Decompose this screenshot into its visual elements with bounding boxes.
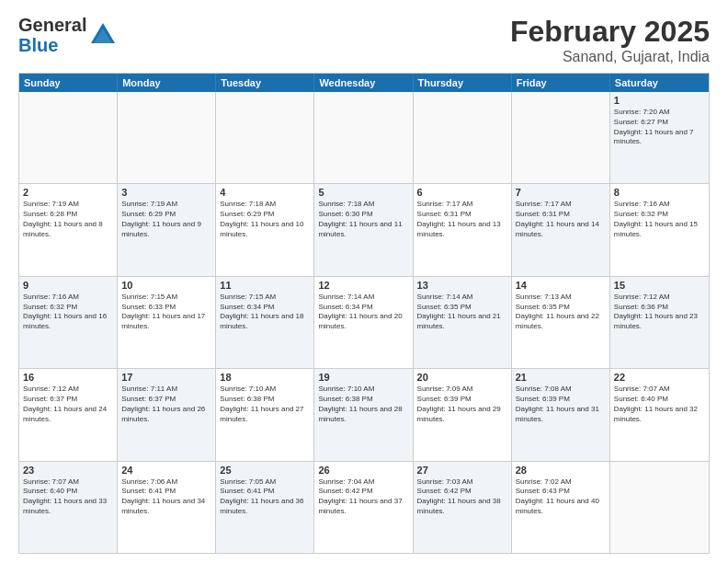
cell-text: Sunrise: 7:18 AM Sunset: 6:29 PM Dayligh… [220,200,310,239]
day-number: 20 [417,372,507,383]
calendar-cell: 11Sunrise: 7:15 AM Sunset: 6:34 PM Dayli… [216,277,314,368]
calendar-header-cell: Monday [118,74,216,92]
calendar: SundayMondayTuesdayWednesdayThursdayFrid… [18,73,710,554]
calendar-week-row: 9Sunrise: 7:16 AM Sunset: 6:32 PM Daylig… [19,276,709,368]
calendar-week-row: 23Sunrise: 7:07 AM Sunset: 6:40 PM Dayli… [19,461,709,553]
subtitle: Sanand, Gujarat, India [510,49,710,65]
cell-text: Sunrise: 7:03 AM Sunset: 6:42 PM Dayligh… [417,477,507,517]
logo-text: General Blue [18,15,86,55]
day-number: 25 [220,465,310,476]
calendar-cell: 7Sunrise: 7:17 AM Sunset: 6:31 PM Daylig… [512,184,610,275]
cell-text: Sunrise: 7:12 AM Sunset: 6:37 PM Dayligh… [23,385,113,424]
page: General Blue February 2025 Sanand, Gujar… [0,0,728,563]
day-number: 4 [220,187,310,198]
calendar-cell: 8Sunrise: 7:16 AM Sunset: 6:32 PM Daylig… [610,184,709,275]
day-number: 12 [318,280,408,291]
cell-text: Sunrise: 7:11 AM Sunset: 6:37 PM Dayligh… [121,385,211,424]
calendar-cell: 3Sunrise: 7:19 AM Sunset: 6:29 PM Daylig… [118,184,216,275]
calendar-cell: 6Sunrise: 7:17 AM Sunset: 6:31 PM Daylig… [414,184,512,275]
day-number: 21 [516,372,606,383]
calendar-cell: 12Sunrise: 7:14 AM Sunset: 6:34 PM Dayli… [314,277,413,368]
calendar-cell [610,462,709,553]
day-number: 24 [121,465,211,476]
calendar-cell: 15Sunrise: 7:12 AM Sunset: 6:36 PM Dayli… [610,277,709,368]
calendar-cell: 2Sunrise: 7:19 AM Sunset: 6:28 PM Daylig… [19,184,118,275]
cell-text: Sunrise: 7:19 AM Sunset: 6:28 PM Dayligh… [23,200,113,239]
day-number: 17 [121,372,211,383]
calendar-cell [414,92,512,183]
header: General Blue February 2025 Sanand, Gujar… [18,15,710,65]
calendar-cell: 1Sunrise: 7:20 AM Sunset: 6:27 PM Daylig… [610,92,709,183]
cell-text: Sunrise: 7:17 AM Sunset: 6:31 PM Dayligh… [516,200,606,239]
calendar-cell: 23Sunrise: 7:07 AM Sunset: 6:40 PM Dayli… [19,462,118,553]
cell-text: Sunrise: 7:10 AM Sunset: 6:38 PM Dayligh… [318,385,408,424]
logo: General Blue [18,15,117,55]
cell-text: Sunrise: 7:08 AM Sunset: 6:39 PM Dayligh… [516,385,606,424]
logo-icon [89,21,117,49]
calendar-cell: 4Sunrise: 7:18 AM Sunset: 6:29 PM Daylig… [216,184,314,275]
cell-text: Sunrise: 7:20 AM Sunset: 6:27 PM Dayligh… [614,108,705,147]
cell-text: Sunrise: 7:04 AM Sunset: 6:42 PM Dayligh… [318,477,408,517]
day-number: 7 [516,187,606,198]
main-title: February 2025 [510,15,710,49]
day-number: 9 [23,280,113,291]
day-number: 28 [516,465,606,476]
day-number: 26 [318,465,408,476]
day-number: 1 [614,95,705,106]
cell-text: Sunrise: 7:10 AM Sunset: 6:38 PM Dayligh… [220,385,310,424]
calendar-cell [19,92,118,183]
calendar-header-cell: Wednesday [314,74,413,92]
calendar-cell: 5Sunrise: 7:18 AM Sunset: 6:30 PM Daylig… [314,184,413,275]
day-number: 6 [417,187,507,198]
cell-text: Sunrise: 7:12 AM Sunset: 6:36 PM Dayligh… [614,293,705,332]
cell-text: Sunrise: 7:13 AM Sunset: 6:35 PM Dayligh… [516,293,606,332]
calendar-cell: 14Sunrise: 7:13 AM Sunset: 6:35 PM Dayli… [512,277,610,368]
cell-text: Sunrise: 7:15 AM Sunset: 6:33 PM Dayligh… [121,293,211,332]
day-number: 8 [614,187,705,198]
cell-text: Sunrise: 7:19 AM Sunset: 6:29 PM Dayligh… [121,200,211,239]
calendar-header-cell: Tuesday [216,74,314,92]
day-number: 16 [23,372,113,383]
calendar-week-row: 16Sunrise: 7:12 AM Sunset: 6:37 PM Dayli… [19,368,709,460]
calendar-cell: 21Sunrise: 7:08 AM Sunset: 6:39 PM Dayli… [512,369,610,460]
calendar-cell: 22Sunrise: 7:07 AM Sunset: 6:40 PM Dayli… [610,369,709,460]
cell-text: Sunrise: 7:09 AM Sunset: 6:39 PM Dayligh… [417,385,507,424]
day-number: 14 [516,280,606,291]
calendar-cell: 25Sunrise: 7:05 AM Sunset: 6:41 PM Dayli… [216,462,314,553]
day-number: 5 [318,187,408,198]
calendar-cell: 19Sunrise: 7:10 AM Sunset: 6:38 PM Dayli… [314,369,413,460]
calendar-cell [118,92,216,183]
calendar-header: SundayMondayTuesdayWednesdayThursdayFrid… [19,74,709,92]
calendar-header-cell: Sunday [19,74,118,92]
cell-text: Sunrise: 7:17 AM Sunset: 6:31 PM Dayligh… [417,200,507,239]
day-number: 22 [614,372,705,383]
day-number: 11 [220,280,310,291]
logo-blue: Blue [18,35,86,55]
calendar-cell: 24Sunrise: 7:06 AM Sunset: 6:41 PM Dayli… [118,462,216,553]
calendar-cell [512,92,610,183]
calendar-cell [216,92,314,183]
cell-text: Sunrise: 7:02 AM Sunset: 6:43 PM Dayligh… [516,477,606,517]
calendar-week-row: 2Sunrise: 7:19 AM Sunset: 6:28 PM Daylig… [19,183,709,275]
calendar-cell: 18Sunrise: 7:10 AM Sunset: 6:38 PM Dayli… [216,369,314,460]
calendar-header-cell: Saturday [610,74,709,92]
day-number: 19 [318,372,408,383]
cell-text: Sunrise: 7:14 AM Sunset: 6:35 PM Dayligh… [417,293,507,332]
day-number: 13 [417,280,507,291]
day-number: 23 [23,465,113,476]
cell-text: Sunrise: 7:05 AM Sunset: 6:41 PM Dayligh… [220,477,310,517]
calendar-cell: 10Sunrise: 7:15 AM Sunset: 6:33 PM Dayli… [118,277,216,368]
cell-text: Sunrise: 7:15 AM Sunset: 6:34 PM Dayligh… [220,293,310,332]
cell-text: Sunrise: 7:18 AM Sunset: 6:30 PM Dayligh… [318,200,408,239]
calendar-cell: 9Sunrise: 7:16 AM Sunset: 6:32 PM Daylig… [19,277,118,368]
cell-text: Sunrise: 7:07 AM Sunset: 6:40 PM Dayligh… [23,477,113,517]
calendar-cell: 27Sunrise: 7:03 AM Sunset: 6:42 PM Dayli… [414,462,512,553]
day-number: 15 [614,280,705,291]
calendar-cell: 28Sunrise: 7:02 AM Sunset: 6:43 PM Dayli… [512,462,610,553]
cell-text: Sunrise: 7:06 AM Sunset: 6:41 PM Dayligh… [121,477,211,517]
calendar-header-cell: Friday [512,74,610,92]
logo-general: General [18,15,86,35]
calendar-cell: 17Sunrise: 7:11 AM Sunset: 6:37 PM Dayli… [118,369,216,460]
calendar-cell: 13Sunrise: 7:14 AM Sunset: 6:35 PM Dayli… [414,277,512,368]
calendar-cell: 26Sunrise: 7:04 AM Sunset: 6:42 PM Dayli… [314,462,413,553]
